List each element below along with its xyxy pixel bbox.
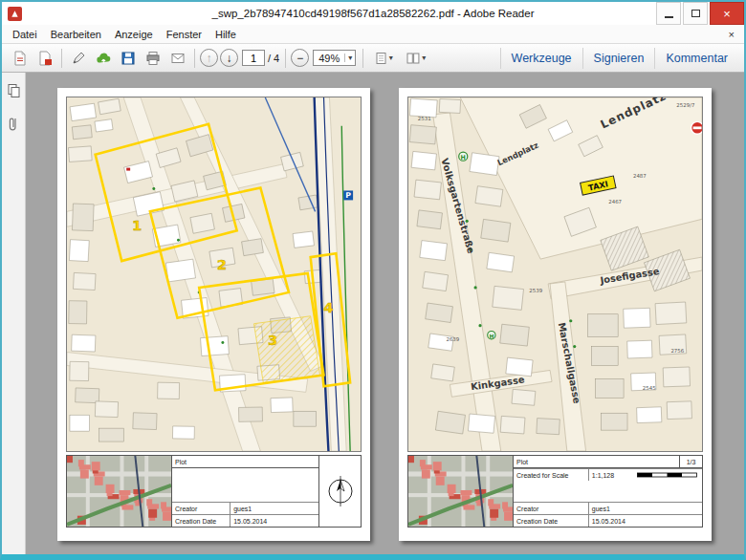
toolbar: ↑ ↓ / 4 − 49% ▾ ▾ ▾ Werkzeuge Signieren … xyxy=(2,44,744,73)
traffic-sign-icon xyxy=(691,121,702,134)
chevron-down-icon: ▾ xyxy=(344,54,355,62)
scale-value: 1:1,128 xyxy=(589,469,617,481)
page-total-label: / 4 xyxy=(268,53,279,64)
plot-info-table-1: Plot Creator gues1 Creation Date 15.05.2… xyxy=(66,455,362,528)
menu-bearbeiten[interactable]: Bearbeiten xyxy=(44,27,108,42)
comment-pane-button[interactable]: Kommentar xyxy=(654,48,738,69)
close-icon: × xyxy=(723,8,731,20)
previous-page-button[interactable]: ↑ xyxy=(200,49,218,67)
svg-text:2639: 2639 xyxy=(446,336,459,342)
main-area: 1 2 3 4 P xyxy=(2,73,744,554)
tools-pane-button[interactable]: Werkzeuge xyxy=(500,48,582,69)
toolbar-right-group: Werkzeuge Signieren Kommentar xyxy=(500,44,738,72)
plot-title-1: Plot xyxy=(172,456,318,467)
north-arrow xyxy=(318,456,361,527)
map-page-1: 1 2 3 4 P xyxy=(66,97,362,452)
send-cloud-button[interactable] xyxy=(91,47,116,70)
scale-label: Created for Scale xyxy=(514,469,589,481)
zoom-out-button[interactable]: − xyxy=(291,49,309,67)
print-button[interactable] xyxy=(141,47,165,70)
creator-value: gues1 xyxy=(230,503,254,514)
page-thumbnails-button[interactable] xyxy=(4,80,24,100)
titlebar: _swp_2b78947410cd49198f567d1a28582262.pd… xyxy=(2,2,744,25)
svg-text:2467: 2467 xyxy=(608,199,622,205)
create-pdf-icon xyxy=(37,51,53,66)
toolbar-separator xyxy=(285,49,286,68)
chevron-down-icon: ▾ xyxy=(422,54,426,62)
creator-value: gues1 xyxy=(589,503,613,514)
menu-datei[interactable]: Datei xyxy=(6,27,44,42)
navigation-pane-sidebar xyxy=(2,73,26,554)
page-number-input[interactable] xyxy=(242,50,265,66)
zoom-level-value: 49% xyxy=(314,53,344,64)
sign-pen-button[interactable] xyxy=(66,47,91,70)
close-button[interactable]: × xyxy=(710,2,744,25)
transit-stop-icon: H xyxy=(459,152,468,162)
overview-map-2 xyxy=(408,456,514,527)
creator-label: Creator xyxy=(172,503,230,514)
svg-text:H: H xyxy=(489,333,494,339)
creation-date-value: 15.05.2014 xyxy=(230,515,270,527)
close-document-icon[interactable]: × xyxy=(719,29,744,40)
paperclip-icon xyxy=(7,116,20,132)
svg-text:2529/7: 2529/7 xyxy=(676,102,694,108)
menu-bar: Datei Bearbeiten Anzeige Fenster Hilfe × xyxy=(2,25,744,44)
region-label-3: 3 xyxy=(268,332,277,349)
adobe-reader-window: _swp_2b78947410cd49198f567d1a28582262.pd… xyxy=(0,0,746,560)
svg-text:H: H xyxy=(461,154,466,162)
window-title: _swp_2b78947410cd49198f567d1a28582262.pd… xyxy=(212,8,535,19)
arrow-up-icon: ↑ xyxy=(207,52,212,65)
plot-title-2: Plot xyxy=(514,456,679,467)
pen-icon xyxy=(71,51,86,66)
plot-table-2: Plot 1/3 Created for Scale 1:1,128 xyxy=(514,456,702,527)
create-pdf-button[interactable] xyxy=(33,47,57,70)
menu-anzeige[interactable]: Anzeige xyxy=(108,27,160,42)
next-page-button[interactable]: ↓ xyxy=(220,49,238,67)
cloud-icon xyxy=(96,51,112,66)
parking-icon: P xyxy=(343,190,353,200)
overview-map-1 xyxy=(67,456,172,527)
svg-text:2487: 2487 xyxy=(633,173,647,179)
sign-pane-button[interactable]: Signieren xyxy=(582,48,655,69)
creation-date-label: Creation Date xyxy=(514,515,589,527)
region-label-4: 4 xyxy=(323,299,333,316)
toolbar-separator xyxy=(194,49,195,68)
pdf-page-2: Lendplatz Lendplatz Volksgartenstraße Jo… xyxy=(399,88,712,541)
email-icon xyxy=(170,51,186,66)
maximize-icon xyxy=(691,10,700,17)
svg-text:P: P xyxy=(345,191,351,200)
zoom-level-select[interactable]: 49% ▾ xyxy=(313,50,356,66)
menu-hilfe[interactable]: Hilfe xyxy=(208,27,243,42)
scale-bar xyxy=(637,471,698,479)
document-area[interactable]: 1 2 3 4 P xyxy=(26,73,744,554)
attachments-button[interactable] xyxy=(4,114,24,134)
map-page-2: Lendplatz Lendplatz Volksgartenstraße Jo… xyxy=(407,97,703,452)
menu-fenster[interactable]: Fenster xyxy=(160,27,208,42)
page-view-icon xyxy=(375,52,387,65)
red-marker xyxy=(126,168,130,171)
arrow-down-icon: ↓ xyxy=(227,52,232,65)
display-options-button[interactable]: ▾ xyxy=(400,47,432,70)
save-icon xyxy=(121,51,136,66)
creation-date-value: 15.05.2014 xyxy=(589,515,628,527)
region-label-1: 1 xyxy=(132,217,142,234)
maximize-button[interactable] xyxy=(683,2,708,25)
plot-table-1: Plot Creator gues1 Creation Date 15.05.2… xyxy=(172,456,318,527)
minimize-button[interactable] xyxy=(656,2,681,25)
svg-text:2756: 2756 xyxy=(670,348,684,354)
open-file-icon xyxy=(12,51,28,66)
creator-label: Creator xyxy=(514,503,589,514)
transit-stop-icon: H xyxy=(488,331,495,338)
page-view-mode-button[interactable]: ▾ xyxy=(367,47,400,70)
save-button[interactable] xyxy=(116,47,141,70)
sheet-indicator: 1/3 xyxy=(679,456,702,467)
minimize-icon xyxy=(665,16,673,18)
svg-text:2531: 2531 xyxy=(418,116,431,121)
creation-date-label: Creation Date xyxy=(172,515,230,527)
window-controls: × xyxy=(654,2,744,25)
plot-info-table-2: Plot 1/3 Created for Scale 1:1,128 xyxy=(407,455,703,528)
open-file-button[interactable] xyxy=(8,47,33,70)
chevron-down-icon: ▾ xyxy=(389,54,393,62)
minus-icon: − xyxy=(296,52,303,65)
email-button[interactable] xyxy=(165,47,190,70)
